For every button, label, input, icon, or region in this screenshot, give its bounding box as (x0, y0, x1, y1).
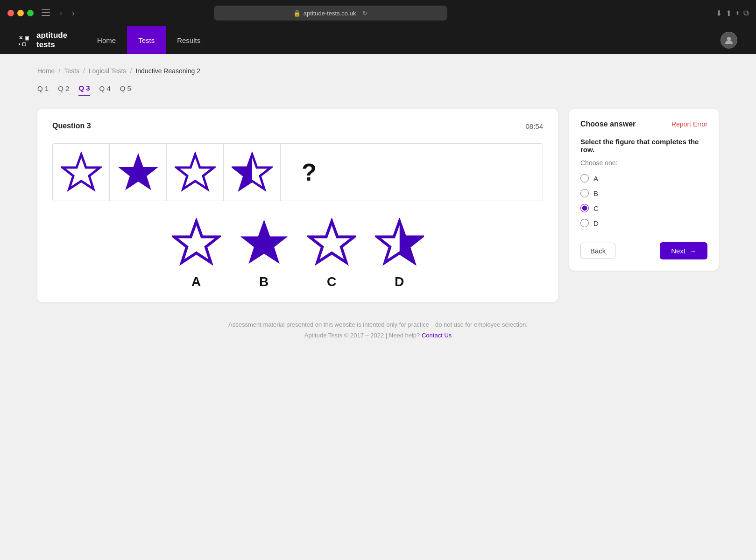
close-button[interactable] (7, 10, 14, 16)
tab-q5[interactable]: Q 5 (120, 84, 131, 96)
report-error-button[interactable]: Report Error (671, 120, 707, 128)
panel-actions: Back Next → (580, 242, 707, 259)
star-option-b (240, 218, 289, 267)
nav-home[interactable]: Home (86, 26, 127, 54)
star-4 (232, 152, 273, 193)
breadcrumb-tests[interactable]: Tests (64, 67, 79, 75)
star-cell-1 (53, 144, 110, 201)
share-button[interactable]: ⬆ (726, 9, 732, 18)
svg-rect-0 (42, 9, 50, 10)
minimize-button[interactable] (17, 10, 24, 16)
question-card: Question 3 08:54 (37, 109, 558, 302)
question-mark: ? (302, 158, 317, 186)
browser-chrome: ‹ › 🔒 aptitude-tests.co.uk ↻ ⬇ ⬆ + ⧉ (0, 0, 756, 26)
answer-panel: Choose answer Report Error Select the fi… (569, 109, 719, 271)
breadcrumb-home[interactable]: Home (37, 67, 55, 75)
main-layout: Question 3 08:54 (37, 109, 719, 302)
download-button[interactable]: ⬇ (716, 9, 722, 18)
new-tab-button[interactable]: + (735, 9, 740, 18)
nav-tests[interactable]: Tests (127, 26, 166, 54)
browser-actions: ⬇ ⬆ + ⧉ (716, 9, 749, 18)
reload-icon: ↻ (362, 10, 367, 17)
maximize-button[interactable] (27, 10, 34, 16)
svg-marker-6 (63, 154, 100, 189)
lock-icon: 🔒 (293, 10, 301, 17)
radio-options: A B C D (580, 174, 707, 227)
panel-title: Choose answer (580, 120, 636, 128)
panel-header: Choose answer Report Error (580, 120, 707, 128)
radio-option-a[interactable]: A (580, 174, 707, 182)
option-b-label: B (259, 274, 268, 289)
radio-option-c[interactable]: C (580, 204, 707, 212)
option-d-label: D (395, 274, 404, 289)
answer-option-d-visual: D (375, 218, 424, 289)
arrow-right-icon: → (689, 247, 696, 255)
breadcrumb: Home / Tests / Logical Tests / Inductive… (37, 67, 719, 75)
option-a-label: A (191, 274, 201, 289)
radio-c[interactable] (580, 204, 589, 212)
footer-copyright: Aptitude Tests © 2017 – 2022 | Need help… (47, 332, 709, 339)
logo-text: aptitudetests (36, 31, 67, 50)
option-c-label: C (327, 274, 336, 289)
nav-user (721, 32, 737, 49)
radio-c-label: C (593, 204, 599, 212)
tab-q2[interactable]: Q 2 (58, 84, 69, 96)
radio-b[interactable] (580, 189, 589, 197)
footer-copyright-text: Aptitude Tests © 2017 – 2022 | Need help… (304, 332, 420, 339)
radio-a-label: A (593, 175, 598, 182)
star-cell-4 (224, 144, 281, 201)
url-text: aptitude-tests.co.uk (304, 10, 356, 17)
svg-point-5 (727, 37, 731, 41)
svg-marker-15 (309, 221, 353, 262)
next-button[interactable]: Next → (660, 242, 707, 259)
footer-disclaimer: Assessment material presented on this we… (47, 321, 709, 328)
svg-marker-13 (174, 221, 218, 262)
forward-browser-button[interactable]: › (70, 7, 77, 20)
answer-option-c-visual: C (307, 218, 356, 289)
answer-option-b-visual: B (240, 218, 289, 289)
svg-marker-14 (241, 221, 286, 262)
question-header: Question 3 08:54 (52, 122, 543, 130)
radio-a[interactable] (580, 174, 589, 182)
svg-rect-1 (42, 12, 50, 13)
svg-marker-7 (120, 154, 157, 189)
nav-results[interactable]: Results (166, 26, 212, 54)
star-2 (118, 152, 159, 193)
tab-q1[interactable]: Q 1 (37, 84, 49, 96)
svg-text:▪ ◻: ▪ ◻ (19, 41, 26, 47)
nav-links: Home Tests Results (86, 26, 212, 54)
user-avatar[interactable] (721, 32, 737, 49)
star-option-d (375, 218, 424, 267)
sidebar-toggle-button[interactable] (39, 8, 52, 18)
star-option-a (172, 218, 221, 267)
traffic-lights (7, 10, 34, 16)
star-option-c (307, 218, 356, 267)
question-title: Question 3 (52, 122, 91, 130)
windows-button[interactable]: ⧉ (743, 9, 749, 18)
radio-option-d[interactable]: D (580, 219, 707, 227)
radio-d-label: D (593, 219, 599, 227)
back-browser-button[interactable]: ‹ (58, 7, 64, 20)
star-cell-2 (110, 144, 167, 201)
choose-one-label: Choose one: (580, 159, 707, 167)
tab-q4[interactable]: Q 4 (99, 84, 111, 96)
radio-option-b[interactable]: B (580, 189, 707, 197)
page-content: Home / Tests / Logical Tests / Inductive… (0, 54, 756, 560)
address-bar[interactable]: 🔒 aptitude-tests.co.uk ↻ (214, 6, 447, 21)
svg-rect-2 (42, 15, 50, 16)
next-label: Next (671, 247, 685, 255)
tab-q3[interactable]: Q 3 (78, 84, 90, 96)
question-timer: 08:54 (525, 122, 543, 130)
star-3 (175, 152, 216, 193)
logo-icon: ✕ ▣ ▪ ◻ (19, 34, 32, 47)
radio-d[interactable] (580, 219, 589, 227)
breadcrumb-logical-tests[interactable]: Logical Tests (89, 67, 127, 75)
panel-instruction: Select the figure that completes the row… (580, 138, 707, 154)
svg-marker-8 (177, 154, 214, 189)
footer: Assessment material presented on this we… (37, 302, 719, 348)
star-cell-question: ? (281, 144, 338, 201)
back-button[interactable]: Back (580, 243, 615, 259)
star-pattern-row: ? (52, 143, 543, 201)
contact-us-link[interactable]: Contact Us (422, 332, 452, 339)
breadcrumb-current: Inductive Reasoning 2 (135, 67, 200, 75)
